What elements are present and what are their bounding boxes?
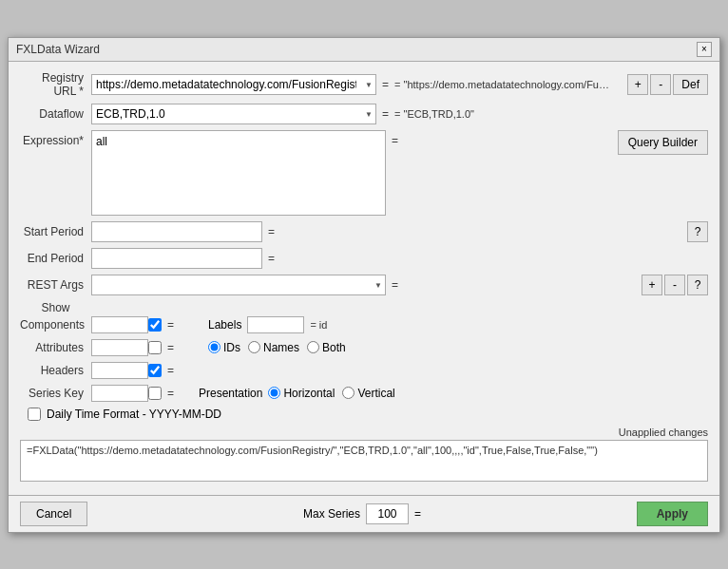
- attributes-label: Attributes: [20, 341, 91, 354]
- headers-row: Headers =: [20, 362, 708, 379]
- dataflow-eq: =: [382, 107, 389, 121]
- radio-names-text: Names: [263, 341, 299, 354]
- formula-display: =FXLData("https://demo.metadatatechnolog…: [20, 440, 708, 482]
- ids-names-both-group: IDs Names Both: [208, 341, 346, 354]
- dataflow-select[interactable]: ECB,TRD,1.0: [91, 104, 376, 124]
- presentation-label: Presentation: [199, 387, 262, 400]
- start-period-row: Start Period = ?: [20, 221, 708, 242]
- series-key-row: Series Key = Presentation Horizontal Ver…: [20, 385, 708, 402]
- show-row: Show: [20, 301, 708, 314]
- max-series-container: Max Series =: [303, 503, 421, 524]
- labels-input[interactable]: [247, 316, 304, 333]
- daily-time-row: Daily Time Format - YYYY-MM-DD: [28, 408, 708, 421]
- attributes-input[interactable]: [91, 339, 148, 356]
- max-series-input[interactable]: [366, 503, 409, 524]
- components-label: Components: [20, 318, 91, 332]
- end-period-row: End Period =: [20, 248, 708, 269]
- start-period-question-button[interactable]: ?: [687, 221, 708, 242]
- attributes-eq: =: [167, 341, 174, 354]
- registry-url-label: Registry URL *: [20, 71, 91, 98]
- radio-both-label[interactable]: Both: [307, 341, 346, 354]
- close-button[interactable]: ×: [697, 42, 712, 57]
- radio-vertical-text: Vertical: [357, 387, 394, 400]
- series-key-label: Series Key: [20, 387, 91, 400]
- series-key-eq: =: [167, 387, 174, 400]
- radio-names[interactable]: [248, 341, 260, 353]
- registry-url-formula: = "https://demo.metadatatechnology.com/F…: [394, 79, 613, 90]
- content-area: Registry URL * https://demo.metadatatech…: [9, 62, 719, 495]
- expression-area-container: all: [91, 130, 386, 216]
- unapplied-label: Unapplied changes: [20, 427, 708, 438]
- registry-url-minus-button[interactable]: -: [650, 74, 671, 95]
- expression-eq: =: [392, 130, 398, 147]
- rest-args-select[interactable]: [91, 275, 386, 295]
- registry-url-buttons: + - Def: [627, 74, 708, 95]
- headers-eq: =: [167, 364, 174, 377]
- daily-time-checkbox[interactable]: [28, 408, 41, 421]
- series-key-checkbox[interactable]: [148, 387, 162, 400]
- attributes-row: Attributes = IDs Names Both: [20, 339, 708, 356]
- bottom-bar: Cancel Max Series = Apply: [9, 495, 719, 532]
- radio-ids[interactable]: [208, 341, 220, 353]
- query-builder-button[interactable]: Query Builder: [618, 130, 708, 155]
- radio-horizontal-text: Horizontal: [283, 387, 335, 400]
- radio-both-text: Both: [322, 341, 346, 354]
- show-label: Show: [20, 301, 91, 314]
- start-period-input[interactable]: [91, 221, 262, 242]
- start-period-question: ?: [687, 221, 708, 242]
- radio-horizontal-label[interactable]: Horizontal: [268, 387, 335, 400]
- rest-args-eq: =: [392, 278, 398, 292]
- start-period-eq: =: [268, 225, 275, 238]
- radio-ids-text: IDs: [223, 341, 240, 354]
- rest-args-plus-button[interactable]: +: [642, 275, 662, 295]
- registry-url-def-button[interactable]: Def: [673, 74, 708, 95]
- end-period-input[interactable]: [91, 248, 262, 269]
- dataflow-label: Dataflow: [20, 107, 91, 121]
- registry-url-row: Registry URL * https://demo.metadatatech…: [20, 71, 708, 98]
- headers-label: Headers: [20, 364, 91, 377]
- max-series-label: Max Series: [303, 507, 360, 521]
- attributes-checkbox[interactable]: [148, 341, 162, 354]
- radio-vertical-label[interactable]: Vertical: [342, 387, 394, 400]
- cancel-button[interactable]: Cancel: [20, 502, 87, 526]
- rest-args-label: REST Args: [20, 278, 91, 292]
- expression-textarea[interactable]: all: [91, 130, 386, 216]
- main-window: FXLData Wizard × Registry URL * https://…: [8, 37, 720, 533]
- query-builder-container: Query Builder: [618, 130, 708, 155]
- max-series-eq: =: [414, 507, 421, 521]
- registry-url-plus-button[interactable]: +: [627, 74, 648, 95]
- components-labels-row: Components = Labels = id: [20, 316, 708, 333]
- components-checkbox[interactable]: [148, 318, 162, 332]
- apply-button[interactable]: Apply: [637, 502, 708, 526]
- end-period-eq: =: [268, 252, 275, 265]
- rest-args-minus-button[interactable]: -: [664, 275, 685, 295]
- headers-checkbox[interactable]: [148, 364, 162, 377]
- radio-ids-label[interactable]: IDs: [208, 341, 240, 354]
- series-key-input[interactable]: [91, 385, 148, 402]
- components-input[interactable]: [91, 316, 148, 333]
- radio-both[interactable]: [307, 341, 319, 353]
- components-eq: =: [167, 318, 174, 332]
- radio-horizontal[interactable]: [268, 387, 280, 399]
- window-title: FXLData Wizard: [16, 43, 100, 56]
- rest-args-select-wrapper: [91, 275, 386, 295]
- expression-row: Expression* all = Query Builder: [20, 130, 708, 216]
- headers-input[interactable]: [91, 362, 148, 379]
- radio-names-label[interactable]: Names: [248, 341, 299, 354]
- registry-url-select[interactable]: https://demo.metadatatechnology.com/Fusi…: [91, 74, 376, 95]
- dataflow-select-wrapper: ECB,TRD,1.0: [91, 104, 376, 124]
- expression-label: Expression*: [20, 130, 91, 147]
- presentation-group: Horizontal Vertical: [268, 387, 394, 400]
- dataflow-row: Dataflow ECB,TRD,1.0 = = "ECB,TRD,1.0": [20, 104, 708, 124]
- labels-formula: = id: [310, 319, 327, 331]
- rest-args-buttons: + - ?: [642, 275, 708, 295]
- daily-time-label: Daily Time Format - YYYY-MM-DD: [47, 408, 221, 421]
- rest-args-question-button[interactable]: ?: [687, 275, 708, 295]
- end-period-label: End Period: [20, 252, 91, 265]
- radio-vertical[interactable]: [342, 387, 354, 399]
- title-bar: FXLData Wizard ×: [9, 38, 719, 62]
- registry-url-select-wrapper: https://demo.metadatatechnology.com/Fusi…: [91, 74, 376, 95]
- dataflow-formula: = "ECB,TRD,1.0": [394, 108, 474, 120]
- labels-label: Labels: [208, 318, 241, 332]
- registry-url-eq: =: [382, 78, 389, 91]
